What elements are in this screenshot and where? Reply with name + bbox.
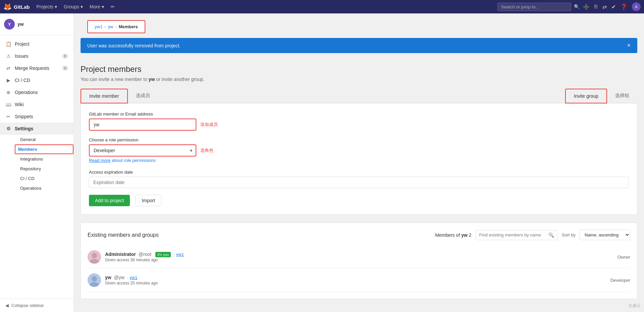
gitlab-logo: 🦊 bbox=[3, 3, 12, 11]
sidebar-item-label: CI / CD bbox=[15, 78, 30, 83]
sidebar-item-merge[interactable]: ⇄ Merge Requests 0 bbox=[0, 62, 73, 74]
member-avatar-yw bbox=[88, 273, 101, 287]
nav-groups[interactable]: Groups ▾ bbox=[60, 0, 86, 13]
nav-more[interactable]: More ▾ bbox=[86, 0, 107, 13]
tab-invite-group[interactable]: Invite group bbox=[565, 89, 607, 103]
sort-label: Sort by bbox=[562, 232, 576, 237]
sidebar-item-project[interactable]: 📋 Project bbox=[0, 38, 73, 50]
sidebar-sub-operations[interactable]: Operations bbox=[15, 183, 73, 193]
yw-role: Developer bbox=[610, 278, 630, 283]
add-to-project-btn[interactable]: Add to project bbox=[89, 195, 130, 206]
terminal-icon[interactable]: ⎘ bbox=[594, 4, 598, 10]
email-hint-cn: 添加成员 bbox=[200, 122, 218, 128]
project-icon: 📋 bbox=[5, 41, 11, 47]
user-avatar[interactable]: A bbox=[632, 2, 641, 11]
page-title: Project members bbox=[81, 64, 637, 74]
sidebar-item-label: Wiki bbox=[15, 102, 23, 107]
existing-controls: Members of yw 2 🔍 Sort by Name, ascendin… bbox=[435, 230, 630, 240]
sidebar-sub-members[interactable]: Members bbox=[15, 144, 73, 154]
sort-select[interactable]: Name, ascending Name, descending Last jo… bbox=[580, 230, 630, 240]
admin-name: Administrator bbox=[105, 252, 136, 257]
breadcrumb-sep2: › bbox=[115, 24, 116, 29]
member-info-admin: Administrator @root It's you · yw1 Given… bbox=[105, 252, 617, 262]
issues-badge: 0 bbox=[62, 54, 68, 58]
nav-projects[interactable]: Projects ▾ bbox=[33, 0, 61, 13]
role-select-wrapper: Developer Guest Reporter Maintainer Owne… bbox=[89, 144, 196, 157]
form-actions: Add to project Import bbox=[89, 195, 629, 206]
merge-requests-icon: ⇄ bbox=[5, 65, 11, 71]
help-icon[interactable]: ❓ bbox=[621, 4, 627, 10]
members-count-label: Members of yw 2 bbox=[435, 232, 472, 238]
search-area: 🔍 bbox=[497, 3, 580, 11]
member-info-yw: yw @yw · yw1 Given access 25 minutes ago bbox=[105, 275, 610, 285]
collapse-icon: ◀ bbox=[5, 303, 9, 308]
sidebar-nav: 📋 Project ⚠ Issues 0 ⇄ Merge Requests 0 … bbox=[0, 35, 73, 196]
role-hint-cn: 选角色 bbox=[200, 147, 213, 153]
watermark: 亿速云 bbox=[629, 303, 641, 309]
existing-title: Existing members and groups bbox=[88, 232, 159, 238]
sidebar-user-avatar: Y bbox=[4, 19, 15, 30]
admin-its-you-badge: It's you bbox=[155, 252, 171, 257]
tab-invite-member[interactable]: Invite member bbox=[81, 89, 128, 103]
alert-message: User was successfully removed from proje… bbox=[87, 43, 181, 48]
email-input-row: 添加成员 bbox=[89, 119, 629, 131]
svg-point-1 bbox=[92, 253, 97, 258]
role-select[interactable]: Developer Guest Reporter Maintainer Owne… bbox=[89, 144, 196, 157]
yw-name: yw bbox=[105, 275, 111, 280]
yw-avatar-img bbox=[88, 273, 101, 287]
role-hint-text: Read more about role permissions bbox=[89, 158, 629, 163]
expiry-label: Access expiration date bbox=[89, 170, 629, 175]
sidebar: Y yw 📋 Project ⚠ Issues 0 ⇄ Merge Reques… bbox=[0, 13, 74, 312]
admin-avatar-img bbox=[88, 250, 101, 264]
sidebar-user-name: yw bbox=[17, 21, 24, 27]
nav-edit[interactable]: ✏ bbox=[107, 0, 118, 13]
alert-close-btn[interactable]: × bbox=[627, 42, 631, 49]
sidebar-item-issues[interactable]: ⚠ Issues 0 bbox=[0, 50, 73, 62]
tab-select-group-cn[interactable]: 选择组 bbox=[607, 89, 637, 103]
collapse-sidebar-btn[interactable]: ◀ Collapse sidebar bbox=[0, 299, 73, 312]
merge-icon[interactable]: ⇄ bbox=[602, 4, 607, 10]
role-hint-suffix: about role permissions bbox=[112, 158, 156, 163]
plus-icon[interactable]: ➕ bbox=[583, 4, 590, 10]
breadcrumb-yw1[interactable]: yw1 bbox=[95, 24, 102, 29]
brand-name: GitLab bbox=[14, 4, 30, 10]
admin-project-link[interactable]: yw1 bbox=[176, 252, 184, 257]
member-name-row: Administrator @root It's you · yw1 bbox=[105, 252, 617, 257]
todo-icon[interactable]: ✔ bbox=[611, 4, 616, 10]
role-hint-link[interactable]: Read more bbox=[89, 158, 110, 163]
settings-icon: ⚙ bbox=[5, 126, 11, 131]
member-search-input[interactable] bbox=[479, 232, 546, 237]
sidebar-sub-general[interactable]: General bbox=[15, 135, 73, 144]
sidebar-item-settings[interactable]: ⚙ Settings bbox=[0, 123, 73, 135]
admin-username: @root bbox=[139, 252, 151, 257]
tab-spacer bbox=[158, 89, 565, 103]
sidebar-item-snippets[interactable]: ✂ Snippets bbox=[0, 110, 73, 123]
sidebar-sub-repository[interactable]: Repository bbox=[15, 164, 73, 174]
breadcrumb: yw1 › yw › Members bbox=[87, 20, 145, 33]
sidebar-item-cicd[interactable]: ▶ CI / CD bbox=[0, 74, 73, 86]
breadcrumb-wrapper: yw1 › yw › Members bbox=[74, 13, 644, 33]
layout: Y yw 📋 Project ⚠ Issues 0 ⇄ Merge Reques… bbox=[0, 13, 644, 312]
content-area: Project members You can invite a new mem… bbox=[74, 58, 644, 306]
breadcrumb-current: Members bbox=[119, 24, 138, 29]
sidebar-sub-integrations[interactable]: Integrations bbox=[15, 154, 73, 164]
import-btn[interactable]: Import bbox=[135, 195, 161, 206]
search-input[interactable] bbox=[497, 3, 571, 11]
sidebar-item-label: Project bbox=[15, 41, 30, 47]
sidebar-item-wiki[interactable]: 📖 Wiki bbox=[0, 98, 73, 110]
brand-logo[interactable]: 🦊 GitLab bbox=[3, 3, 30, 11]
expiry-input[interactable] bbox=[89, 177, 629, 188]
sidebar-item-operations[interactable]: ⊕ Operations bbox=[0, 86, 73, 98]
nav-icons: ➕ ⎘ ⇄ ✔ ❓ A bbox=[583, 2, 641, 11]
tab-select-member-cn[interactable]: 选成员 bbox=[128, 89, 158, 103]
sidebar-user: Y yw bbox=[0, 13, 73, 35]
email-form-group: GitLab member or Email address 添加成员 bbox=[89, 112, 629, 131]
yw-name-row: yw @yw · yw1 bbox=[105, 275, 610, 280]
breadcrumb-yw[interactable]: yw bbox=[108, 24, 113, 29]
expiry-form-group: Access expiration date bbox=[89, 170, 629, 188]
sidebar-sub-cicd[interactable]: CI / CD bbox=[15, 174, 73, 183]
admin-access: Given access 36 minutes ago bbox=[105, 258, 617, 262]
yw-project-link[interactable]: yw1 bbox=[130, 275, 137, 280]
page-subtitle: You can invite a new member to yw or inv… bbox=[81, 77, 637, 82]
email-input[interactable] bbox=[89, 119, 196, 131]
